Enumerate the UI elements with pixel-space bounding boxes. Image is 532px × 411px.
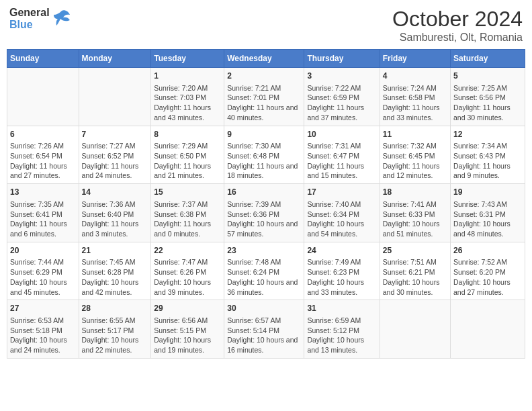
day-number: 7 — [82, 129, 148, 140]
day-info: Sunrise: 7:30 AM Sunset: 6:48 PM Dayligh… — [227, 141, 301, 181]
day-info: Sunrise: 7:26 AM Sunset: 6:54 PM Dayligh… — [10, 141, 76, 181]
calendar-cell: 17Sunrise: 7:40 AM Sunset: 6:34 PM Dayli… — [304, 184, 380, 242]
day-number: 28 — [82, 303, 148, 314]
title-block: October 2024 Samburesti, Olt, Romania — [392, 7, 523, 44]
day-number: 18 — [383, 187, 447, 198]
day-number: 24 — [307, 245, 376, 257]
day-info: Sunrise: 6:57 AM Sunset: 5:14 PM Dayligh… — [227, 316, 301, 355]
day-number: 9 — [227, 129, 301, 140]
calendar-cell: 23Sunrise: 7:48 AM Sunset: 6:24 PM Dayli… — [224, 242, 304, 300]
day-info: Sunrise: 7:20 AM Sunset: 7:03 PM Dayligh… — [154, 83, 221, 123]
day-info: Sunrise: 7:51 AM Sunset: 6:21 PM Dayligh… — [383, 257, 447, 297]
day-info: Sunrise: 7:43 AM Sunset: 6:31 PM Dayligh… — [453, 199, 522, 239]
day-number: 16 — [227, 187, 301, 198]
day-info: Sunrise: 7:49 AM Sunset: 6:23 PM Dayligh… — [307, 257, 376, 297]
day-info: Sunrise: 7:45 AM Sunset: 6:28 PM Dayligh… — [82, 257, 148, 297]
day-info: Sunrise: 7:32 AM Sunset: 6:45 PM Dayligh… — [383, 141, 447, 181]
calendar-week-row: 20Sunrise: 7:44 AM Sunset: 6:29 PM Dayli… — [7, 242, 525, 300]
day-number: 20 — [10, 245, 76, 257]
day-header-sunday: Sunday — [7, 50, 79, 68]
calendar-cell: 10Sunrise: 7:31 AM Sunset: 6:47 PM Dayli… — [304, 126, 380, 184]
day-number: 10 — [307, 129, 376, 140]
day-number: 8 — [154, 129, 221, 140]
calendar-cell: 15Sunrise: 7:37 AM Sunset: 6:38 PM Dayli… — [151, 184, 224, 242]
calendar-cell: 1Sunrise: 7:20 AM Sunset: 7:03 PM Daylig… — [151, 68, 224, 126]
day-header-thursday: Thursday — [304, 50, 380, 68]
logo-blue: Blue — [9, 19, 33, 30]
day-number: 31 — [307, 303, 376, 314]
calendar-cell: 19Sunrise: 7:43 AM Sunset: 6:31 PM Dayli… — [451, 184, 525, 242]
calendar-cell: 22Sunrise: 7:47 AM Sunset: 6:26 PM Dayli… — [151, 242, 224, 300]
day-number: 2 — [227, 71, 301, 82]
day-number: 11 — [383, 129, 447, 140]
calendar-cell: 5Sunrise: 7:25 AM Sunset: 6:56 PM Daylig… — [451, 68, 525, 126]
calendar-week-row: 1Sunrise: 7:20 AM Sunset: 7:03 PM Daylig… — [7, 68, 525, 126]
day-number: 27 — [10, 303, 76, 314]
day-number: 5 — [453, 71, 522, 82]
calendar-cell: 12Sunrise: 7:34 AM Sunset: 6:43 PM Dayli… — [451, 126, 525, 184]
day-info: Sunrise: 7:27 AM Sunset: 6:52 PM Dayligh… — [82, 141, 148, 181]
calendar-week-row: 13Sunrise: 7:35 AM Sunset: 6:41 PM Dayli… — [7, 184, 525, 242]
day-number: 14 — [82, 187, 148, 198]
calendar-cell: 4Sunrise: 7:24 AM Sunset: 6:58 PM Daylig… — [380, 68, 450, 126]
calendar-cell: 13Sunrise: 7:35 AM Sunset: 6:41 PM Dayli… — [7, 184, 79, 242]
calendar-cell: 11Sunrise: 7:32 AM Sunset: 6:45 PM Dayli… — [380, 126, 450, 184]
calendar-cell: 28Sunrise: 6:55 AM Sunset: 5:17 PM Dayli… — [79, 300, 151, 359]
day-info: Sunrise: 7:24 AM Sunset: 6:58 PM Dayligh… — [383, 83, 447, 123]
day-number: 19 — [453, 187, 522, 198]
day-info: Sunrise: 6:55 AM Sunset: 5:17 PM Dayligh… — [82, 316, 148, 355]
calendar-cell: 6Sunrise: 7:26 AM Sunset: 6:54 PM Daylig… — [7, 126, 79, 184]
day-header-saturday: Saturday — [451, 50, 525, 68]
day-info: Sunrise: 6:53 AM Sunset: 5:18 PM Dayligh… — [10, 316, 76, 355]
day-number: 26 — [453, 245, 522, 257]
day-info: Sunrise: 6:59 AM Sunset: 5:12 PM Dayligh… — [307, 316, 376, 355]
day-number: 23 — [227, 245, 301, 257]
logo-general: General — [9, 7, 50, 18]
calendar-cell: 9Sunrise: 7:30 AM Sunset: 6:48 PM Daylig… — [224, 126, 304, 184]
day-number: 13 — [10, 187, 76, 198]
calendar-cell: 14Sunrise: 7:36 AM Sunset: 6:40 PM Dayli… — [79, 184, 151, 242]
day-header-tuesday: Tuesday — [151, 50, 224, 68]
day-info: Sunrise: 7:22 AM Sunset: 6:59 PM Dayligh… — [307, 83, 376, 123]
day-info: Sunrise: 7:29 AM Sunset: 6:50 PM Dayligh… — [154, 141, 221, 181]
calendar-week-row: 27Sunrise: 6:53 AM Sunset: 5:18 PM Dayli… — [7, 300, 525, 359]
day-info: Sunrise: 6:56 AM Sunset: 5:15 PM Dayligh… — [154, 316, 221, 355]
day-header-wednesday: Wednesday — [224, 50, 304, 68]
day-number: 21 — [82, 245, 148, 257]
calendar-cell: 25Sunrise: 7:51 AM Sunset: 6:21 PM Dayli… — [380, 242, 450, 300]
day-info: Sunrise: 7:21 AM Sunset: 7:01 PM Dayligh… — [227, 83, 301, 123]
calendar-cell: 20Sunrise: 7:44 AM Sunset: 6:29 PM Dayli… — [7, 242, 79, 300]
day-number: 30 — [227, 303, 301, 314]
calendar-cell: 3Sunrise: 7:22 AM Sunset: 6:59 PM Daylig… — [304, 68, 380, 126]
calendar-cell: 8Sunrise: 7:29 AM Sunset: 6:50 PM Daylig… — [151, 126, 224, 184]
day-info: Sunrise: 7:52 AM Sunset: 6:20 PM Dayligh… — [453, 257, 522, 297]
day-info: Sunrise: 7:47 AM Sunset: 6:26 PM Dayligh… — [154, 257, 221, 297]
calendar-cell: 30Sunrise: 6:57 AM Sunset: 5:14 PM Dayli… — [224, 300, 304, 359]
day-info: Sunrise: 7:31 AM Sunset: 6:47 PM Dayligh… — [307, 141, 376, 181]
day-info: Sunrise: 7:35 AM Sunset: 6:41 PM Dayligh… — [10, 199, 76, 239]
calendar-cell — [7, 68, 79, 126]
day-info: Sunrise: 7:37 AM Sunset: 6:38 PM Dayligh… — [154, 199, 221, 239]
calendar-cell: 16Sunrise: 7:39 AM Sunset: 6:36 PM Dayli… — [224, 184, 304, 242]
page-title: October 2024 — [392, 7, 523, 32]
calendar-cell: 24Sunrise: 7:49 AM Sunset: 6:23 PM Dayli… — [304, 242, 380, 300]
day-number: 3 — [307, 71, 376, 82]
logo: General Blue — [9, 7, 71, 31]
calendar-cell: 26Sunrise: 7:52 AM Sunset: 6:20 PM Dayli… — [451, 242, 525, 300]
page-subtitle: Samburesti, Olt, Romania — [392, 32, 523, 44]
calendar-header-row: SundayMondayTuesdayWednesdayThursdayFrid… — [7, 50, 525, 68]
day-number: 22 — [154, 245, 221, 257]
day-number: 15 — [154, 187, 221, 198]
bird-icon — [52, 8, 71, 30]
day-number: 17 — [307, 187, 376, 198]
day-info: Sunrise: 7:25 AM Sunset: 6:56 PM Dayligh… — [453, 83, 522, 123]
day-info: Sunrise: 7:48 AM Sunset: 6:24 PM Dayligh… — [227, 257, 301, 297]
calendar-cell: 18Sunrise: 7:41 AM Sunset: 6:33 PM Dayli… — [380, 184, 450, 242]
calendar-week-row: 6Sunrise: 7:26 AM Sunset: 6:54 PM Daylig… — [7, 126, 525, 184]
day-number: 12 — [453, 129, 522, 140]
day-number: 29 — [154, 303, 221, 314]
day-info: Sunrise: 7:40 AM Sunset: 6:34 PM Dayligh… — [307, 199, 376, 239]
calendar-cell: 27Sunrise: 6:53 AM Sunset: 5:18 PM Dayli… — [7, 300, 79, 359]
day-number: 1 — [154, 71, 221, 82]
calendar-cell: 29Sunrise: 6:56 AM Sunset: 5:15 PM Dayli… — [151, 300, 224, 359]
